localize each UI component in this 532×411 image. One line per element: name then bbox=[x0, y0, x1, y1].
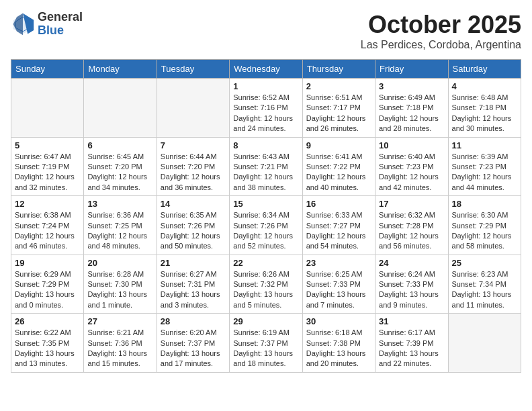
calendar-cell: 20Sunrise: 6:28 AM Sunset: 7:30 PM Dayli… bbox=[84, 255, 157, 314]
day-number: 9 bbox=[306, 140, 371, 150]
day-info: Sunrise: 6:23 AM Sunset: 7:34 PM Dayligh… bbox=[452, 269, 517, 311]
calendar-cell: 5Sunrise: 6:47 AM Sunset: 7:19 PM Daylig… bbox=[11, 137, 84, 196]
day-info: Sunrise: 6:47 AM Sunset: 7:19 PM Dayligh… bbox=[15, 152, 80, 193]
page-header: General Blue October 2025 Las Perdices, … bbox=[11, 11, 521, 51]
calendar-cell bbox=[157, 79, 229, 138]
day-number: 18 bbox=[452, 199, 517, 209]
day-info: Sunrise: 6:41 AM Sunset: 7:22 PM Dayligh… bbox=[306, 152, 371, 193]
day-info: Sunrise: 6:32 AM Sunset: 7:28 PM Dayligh… bbox=[379, 210, 444, 252]
calendar-cell: 11Sunrise: 6:39 AM Sunset: 7:23 PM Dayli… bbox=[448, 137, 521, 196]
day-number: 5 bbox=[15, 140, 80, 150]
day-number: 12 bbox=[15, 199, 80, 209]
day-info: Sunrise: 6:25 AM Sunset: 7:33 PM Dayligh… bbox=[306, 269, 371, 311]
day-header-tuesday: Tuesday bbox=[157, 60, 229, 79]
calendar-cell: 27Sunrise: 6:21 AM Sunset: 7:36 PM Dayli… bbox=[84, 314, 157, 373]
calendar-cell: 25Sunrise: 6:23 AM Sunset: 7:34 PM Dayli… bbox=[448, 255, 521, 314]
day-number: 19 bbox=[15, 258, 80, 268]
calendar-cell bbox=[11, 79, 84, 138]
logo: General Blue bbox=[11, 11, 83, 38]
day-number: 20 bbox=[87, 258, 152, 268]
calendar-cell: 15Sunrise: 6:34 AM Sunset: 7:26 PM Dayli… bbox=[230, 196, 302, 255]
calendar-header-row: SundayMondayTuesdayWednesdayThursdayFrid… bbox=[11, 60, 521, 79]
calendar-cell: 1Sunrise: 6:52 AM Sunset: 7:16 PM Daylig… bbox=[230, 79, 302, 138]
logo-general: General bbox=[38, 11, 83, 24]
day-header-monday: Monday bbox=[84, 60, 157, 79]
day-header-friday: Friday bbox=[375, 60, 448, 79]
calendar-cell: 9Sunrise: 6:41 AM Sunset: 7:22 PM Daylig… bbox=[302, 137, 375, 196]
day-number: 4 bbox=[452, 81, 517, 91]
day-number: 8 bbox=[233, 140, 298, 150]
day-number: 16 bbox=[306, 199, 371, 209]
day-info: Sunrise: 6:26 AM Sunset: 7:32 PM Dayligh… bbox=[233, 269, 298, 311]
day-number: 27 bbox=[87, 316, 152, 326]
calendar-week-5: 26Sunrise: 6:22 AM Sunset: 7:35 PM Dayli… bbox=[11, 314, 521, 373]
calendar-cell: 22Sunrise: 6:26 AM Sunset: 7:32 PM Dayli… bbox=[230, 255, 302, 314]
svg-marker-3 bbox=[13, 13, 23, 35]
day-info: Sunrise: 6:19 AM Sunset: 7:37 PM Dayligh… bbox=[233, 328, 298, 369]
day-info: Sunrise: 6:43 AM Sunset: 7:21 PM Dayligh… bbox=[233, 152, 298, 193]
calendar-table: SundayMondayTuesdayWednesdayThursdayFrid… bbox=[11, 59, 521, 373]
day-info: Sunrise: 6:28 AM Sunset: 7:30 PM Dayligh… bbox=[87, 269, 152, 311]
calendar-cell: 26Sunrise: 6:22 AM Sunset: 7:35 PM Dayli… bbox=[11, 314, 84, 373]
calendar-cell: 30Sunrise: 6:18 AM Sunset: 7:38 PM Dayli… bbox=[302, 314, 375, 373]
day-info: Sunrise: 6:49 AM Sunset: 7:18 PM Dayligh… bbox=[379, 93, 444, 134]
day-number: 1 bbox=[233, 81, 298, 91]
calendar-cell: 3Sunrise: 6:49 AM Sunset: 7:18 PM Daylig… bbox=[375, 79, 448, 138]
day-number: 14 bbox=[161, 199, 226, 209]
calendar-cell: 19Sunrise: 6:29 AM Sunset: 7:29 PM Dayli… bbox=[11, 255, 84, 314]
calendar-cell: 29Sunrise: 6:19 AM Sunset: 7:37 PM Dayli… bbox=[230, 314, 302, 373]
logo-icon bbox=[11, 12, 35, 36]
calendar-cell bbox=[84, 79, 157, 138]
calendar-cell: 23Sunrise: 6:25 AM Sunset: 7:33 PM Dayli… bbox=[302, 255, 375, 314]
calendar-cell: 24Sunrise: 6:24 AM Sunset: 7:33 PM Dayli… bbox=[375, 255, 448, 314]
day-info: Sunrise: 6:44 AM Sunset: 7:20 PM Dayligh… bbox=[161, 152, 226, 193]
day-number: 22 bbox=[233, 258, 298, 268]
day-info: Sunrise: 6:18 AM Sunset: 7:38 PM Dayligh… bbox=[306, 328, 371, 369]
day-info: Sunrise: 6:35 AM Sunset: 7:26 PM Dayligh… bbox=[161, 210, 226, 252]
calendar-cell: 7Sunrise: 6:44 AM Sunset: 7:20 PM Daylig… bbox=[157, 137, 229, 196]
day-info: Sunrise: 6:51 AM Sunset: 7:17 PM Dayligh… bbox=[306, 93, 371, 134]
day-info: Sunrise: 6:39 AM Sunset: 7:23 PM Dayligh… bbox=[452, 152, 517, 193]
calendar-cell: 13Sunrise: 6:36 AM Sunset: 7:25 PM Dayli… bbox=[84, 196, 157, 255]
day-number: 7 bbox=[161, 140, 226, 150]
day-number: 6 bbox=[87, 140, 152, 150]
calendar-cell: 14Sunrise: 6:35 AM Sunset: 7:26 PM Dayli… bbox=[157, 196, 229, 255]
calendar-cell: 18Sunrise: 6:30 AM Sunset: 7:29 PM Dayli… bbox=[448, 196, 521, 255]
calendar-cell: 31Sunrise: 6:17 AM Sunset: 7:39 PM Dayli… bbox=[375, 314, 448, 373]
day-header-wednesday: Wednesday bbox=[230, 60, 302, 79]
calendar-cell: 12Sunrise: 6:38 AM Sunset: 7:24 PM Dayli… bbox=[11, 196, 84, 255]
day-header-sunday: Sunday bbox=[11, 60, 84, 79]
location-title: Las Perdices, Cordoba, Argentina bbox=[361, 39, 521, 51]
day-info: Sunrise: 6:36 AM Sunset: 7:25 PM Dayligh… bbox=[87, 210, 152, 252]
day-number: 31 bbox=[379, 316, 444, 326]
day-info: Sunrise: 6:24 AM Sunset: 7:33 PM Dayligh… bbox=[379, 269, 444, 311]
day-number: 30 bbox=[306, 316, 371, 326]
calendar-cell: 17Sunrise: 6:32 AM Sunset: 7:28 PM Dayli… bbox=[375, 196, 448, 255]
day-info: Sunrise: 6:20 AM Sunset: 7:37 PM Dayligh… bbox=[161, 328, 226, 369]
day-info: Sunrise: 6:52 AM Sunset: 7:16 PM Dayligh… bbox=[233, 93, 298, 134]
logo-blue: Blue bbox=[38, 24, 83, 38]
day-header-saturday: Saturday bbox=[448, 60, 521, 79]
calendar-week-1: 1Sunrise: 6:52 AM Sunset: 7:16 PM Daylig… bbox=[11, 79, 521, 138]
day-number: 25 bbox=[452, 258, 517, 268]
day-info: Sunrise: 6:38 AM Sunset: 7:24 PM Dayligh… bbox=[15, 210, 80, 252]
day-number: 13 bbox=[87, 199, 152, 209]
calendar-cell: 10Sunrise: 6:40 AM Sunset: 7:23 PM Dayli… bbox=[375, 137, 448, 196]
calendar-cell: 28Sunrise: 6:20 AM Sunset: 7:37 PM Dayli… bbox=[157, 314, 229, 373]
day-number: 15 bbox=[233, 199, 298, 209]
calendar-cell: 21Sunrise: 6:27 AM Sunset: 7:31 PM Dayli… bbox=[157, 255, 229, 314]
calendar-cell: 4Sunrise: 6:48 AM Sunset: 7:18 PM Daylig… bbox=[448, 79, 521, 138]
calendar-week-2: 5Sunrise: 6:47 AM Sunset: 7:19 PM Daylig… bbox=[11, 137, 521, 196]
day-info: Sunrise: 6:27 AM Sunset: 7:31 PM Dayligh… bbox=[161, 269, 226, 311]
day-info: Sunrise: 6:21 AM Sunset: 7:36 PM Dayligh… bbox=[87, 328, 152, 369]
day-info: Sunrise: 6:17 AM Sunset: 7:39 PM Dayligh… bbox=[379, 328, 444, 369]
day-info: Sunrise: 6:45 AM Sunset: 7:20 PM Dayligh… bbox=[87, 152, 152, 193]
day-info: Sunrise: 6:48 AM Sunset: 7:18 PM Dayligh… bbox=[452, 93, 517, 134]
logo-text: General Blue bbox=[38, 11, 83, 38]
day-info: Sunrise: 6:30 AM Sunset: 7:29 PM Dayligh… bbox=[452, 210, 517, 252]
calendar-week-3: 12Sunrise: 6:38 AM Sunset: 7:24 PM Dayli… bbox=[11, 196, 521, 255]
calendar-cell: 16Sunrise: 6:33 AM Sunset: 7:27 PM Dayli… bbox=[302, 196, 375, 255]
calendar-cell: 2Sunrise: 6:51 AM Sunset: 7:17 PM Daylig… bbox=[302, 79, 375, 138]
day-number: 24 bbox=[379, 258, 444, 268]
day-number: 28 bbox=[161, 316, 226, 326]
